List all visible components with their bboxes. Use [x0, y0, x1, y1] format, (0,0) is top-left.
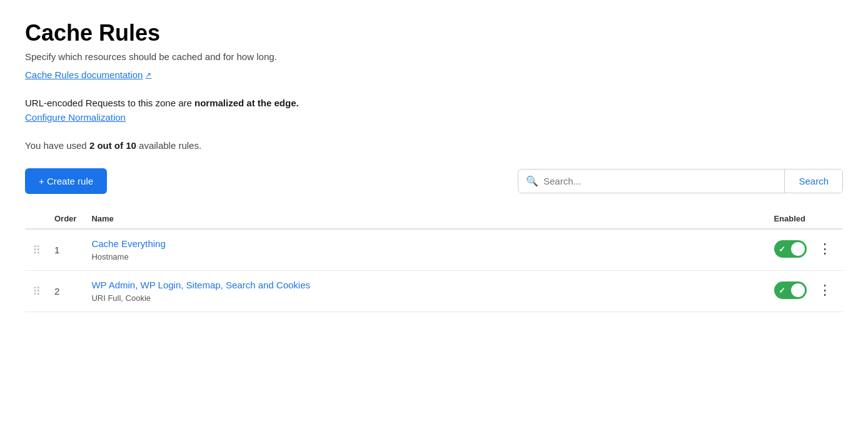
search-input[interactable]: [543, 170, 777, 193]
rule-type: Hostname: [91, 252, 128, 261]
normalization-text: URL-encoded Requests to this zone are no…: [25, 98, 843, 108]
table-row: ⠿ 1 Cache Everything Hostname ✓ ⋮: [25, 229, 843, 271]
doc-link-text: Cache Rules documentation: [25, 69, 143, 80]
enabled-cell: ✓ ⋮: [766, 271, 843, 312]
normalization-section: URL-encoded Requests to this zone are no…: [25, 98, 843, 123]
more-options-button[interactable]: ⋮: [814, 241, 835, 257]
page-subtitle: Specify which resources should be cached…: [25, 51, 843, 62]
name-cell: Cache Everything Hostname: [84, 229, 766, 271]
rule-type: URI Full, Cookie: [91, 293, 151, 303]
search-input-wrapper: 🔍: [518, 170, 784, 193]
toggle-switch[interactable]: ✓: [774, 281, 807, 299]
page-title: Cache Rules: [25, 20, 843, 46]
usage-count: 2 out of 10: [89, 140, 136, 151]
rule-name-link[interactable]: WP Admin, WP Login, Sitemap, Search and …: [91, 280, 759, 290]
configure-normalization-link[interactable]: Configure Normalization: [25, 112, 126, 123]
table-header-row: Order Name Enabled: [25, 209, 843, 229]
table-row: ⠿ 2 WP Admin, WP Login, Sitemap, Search …: [25, 271, 843, 312]
search-area: 🔍 Search: [518, 169, 843, 193]
search-icon: 🔍: [526, 175, 538, 187]
rules-table: Order Name Enabled ⠿ 1 Cache Everything …: [25, 209, 843, 312]
create-rule-button[interactable]: + Create rule: [25, 168, 107, 194]
drag-handle-icon[interactable]: ⠿: [33, 285, 39, 298]
doc-link[interactable]: Cache Rules documentation ↗: [25, 69, 151, 80]
more-options-button[interactable]: ⋮: [814, 282, 835, 298]
search-button[interactable]: Search: [784, 170, 842, 193]
drag-handle-icon[interactable]: ⠿: [33, 244, 39, 256]
col-name-header: Name: [84, 209, 766, 229]
external-link-icon: ↗: [145, 71, 151, 79]
col-order-header: Order: [47, 209, 84, 229]
order-cell: 2: [47, 271, 84, 312]
name-cell: WP Admin, WP Login, Sitemap, Search and …: [84, 271, 766, 312]
rule-name-link[interactable]: Cache Everything: [91, 238, 759, 249]
toggle-area: ✓ ⋮: [774, 240, 835, 258]
col-enabled-header: Enabled: [766, 209, 843, 229]
drag-handle-cell: ⠿: [25, 271, 47, 312]
col-drag-header: [25, 209, 47, 229]
toggle-switch[interactable]: ✓: [774, 240, 807, 258]
toolbar: + Create rule 🔍 Search: [25, 168, 843, 194]
order-cell: 1: [47, 229, 84, 271]
usage-text: You have used 2 out of 10 available rule…: [25, 140, 843, 151]
toggle-area: ✓ ⋮: [774, 281, 835, 299]
enabled-cell: ✓ ⋮: [766, 229, 843, 271]
drag-handle-cell: ⠿: [25, 229, 47, 271]
